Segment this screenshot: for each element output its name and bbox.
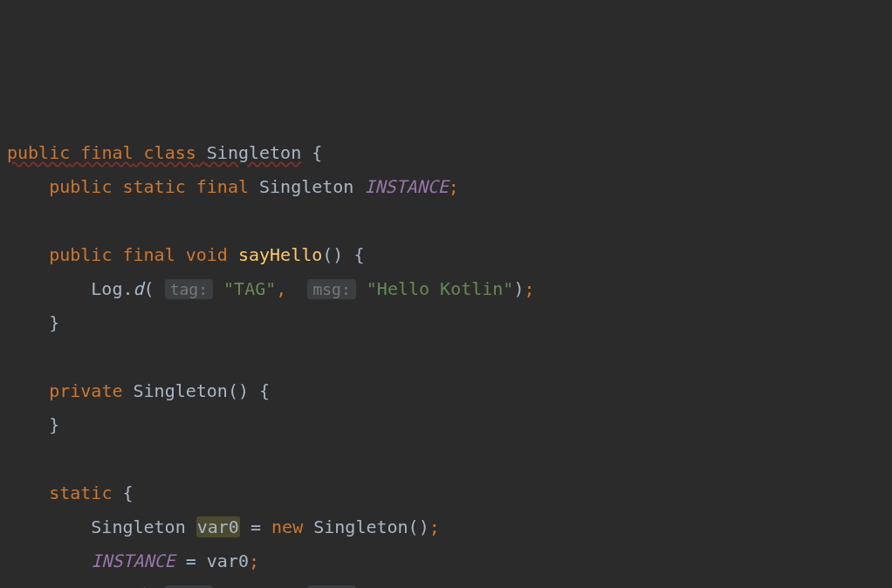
code-line-9: } xyxy=(7,408,885,442)
dot: . xyxy=(122,585,133,588)
keyword-final: final xyxy=(80,142,133,163)
comma: , xyxy=(276,278,286,299)
code-line-6: } xyxy=(7,306,885,340)
brace-open: { xyxy=(353,244,364,265)
keyword-new: new xyxy=(271,516,303,537)
brace-open: { xyxy=(312,142,322,163)
field-name: INSTANCE xyxy=(364,176,448,197)
string-literal: "TAG" xyxy=(223,278,276,299)
keyword-static: static xyxy=(49,482,112,503)
paren-open: ( xyxy=(144,585,154,588)
code-line-13: INSTANCE = var0; xyxy=(7,544,885,578)
equals: = xyxy=(250,516,261,537)
string-literal: "TAG" xyxy=(223,585,276,588)
keyword-final: final xyxy=(196,176,249,197)
field-name: INSTANCE xyxy=(91,550,175,571)
code-line-2: public static final Singleton INSTANCE; xyxy=(7,170,885,204)
paren-close: ) xyxy=(671,585,682,588)
brace-open: { xyxy=(259,380,270,401)
brace-open: { xyxy=(122,482,133,503)
code-line-blank xyxy=(7,340,885,374)
semicolon: ; xyxy=(449,176,459,197)
method-name: sayHello xyxy=(238,244,322,265)
variable: var0 xyxy=(207,550,249,571)
code-line-8: private Singleton() { xyxy=(7,374,885,408)
semicolon: ; xyxy=(682,585,692,588)
string-literal: "Hello Kotlin" xyxy=(367,278,514,299)
param-hint-msg: msg: xyxy=(307,279,355,299)
code-line-5: Log.d( tag: "TAG", msg: "Hello Kotlin"); xyxy=(7,272,885,306)
parens: () xyxy=(228,380,249,401)
code-line-11: static { xyxy=(7,476,885,510)
keyword-class: class xyxy=(144,142,196,163)
semicolon: ; xyxy=(249,550,259,571)
paren-open: ( xyxy=(144,278,154,299)
dot: . xyxy=(122,278,133,299)
brace-close: } xyxy=(49,414,59,435)
constructor-name: Singleton xyxy=(134,380,228,401)
call-method: d xyxy=(134,278,144,299)
equals: = xyxy=(186,550,196,571)
call-method: d xyxy=(134,585,144,588)
keyword-static: static xyxy=(122,176,185,197)
keyword-public: public xyxy=(49,176,112,197)
param-hint-tag: tag: xyxy=(165,279,213,299)
keyword-public: public xyxy=(49,244,112,265)
semicolon: ; xyxy=(524,278,534,299)
comma: , xyxy=(276,585,286,588)
code-line-blank xyxy=(7,204,885,238)
type-name: Singleton xyxy=(91,516,185,537)
code-line-14: Log.d( tag: "TAG", msg: "initialize the … xyxy=(7,578,885,588)
constructor-call: Singleton xyxy=(313,516,408,537)
variable-highlighted: var0 xyxy=(196,516,240,537)
class-name: Singleton xyxy=(207,142,301,163)
paren-close: ) xyxy=(513,278,524,299)
keyword-final: final xyxy=(122,244,175,265)
keyword-void: void xyxy=(186,244,228,265)
parens: () xyxy=(408,516,429,537)
call-class: Log xyxy=(91,585,122,588)
string-literal: "initialize the Kotlin class" xyxy=(367,585,671,588)
code-line-4: public final void sayHello() { xyxy=(7,238,885,272)
code-line-blank xyxy=(7,442,885,476)
type-name: Singleton xyxy=(259,176,353,197)
code-line-12: Singleton var0 = new Singleton(); xyxy=(7,510,885,544)
keyword-public: public xyxy=(7,142,70,163)
code-line-1: public final class Singleton { xyxy=(7,136,885,170)
brace-close: } xyxy=(49,312,59,333)
code-editor[interactable]: public final class Singleton { public st… xyxy=(7,136,885,588)
semicolon: ; xyxy=(429,516,440,537)
call-class: Log xyxy=(91,278,122,299)
parens: () xyxy=(322,244,343,265)
keyword-private: private xyxy=(49,380,122,401)
